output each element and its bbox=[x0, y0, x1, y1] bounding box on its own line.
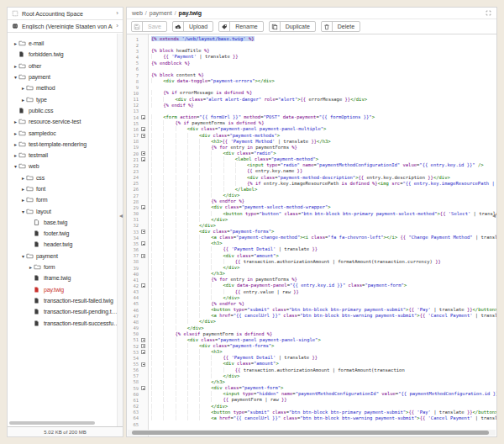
sidebar-collapse-icon[interactable]: ◂ bbox=[119, 213, 123, 219]
code-line[interactable]: <input type="hidden" name="paymentMethod… bbox=[151, 391, 496, 397]
tree-item-forbidden-twig[interactable]: forbidden.twig bbox=[8, 49, 117, 60]
code-line[interactable]: </div> bbox=[151, 404, 496, 410]
code-line[interactable]: {{ entry.key.name }} bbox=[151, 168, 496, 174]
tree-item-header-twig[interactable]: header.twig bbox=[8, 239, 117, 250]
code-line[interactable]: {% for entry in paymentForms %} bbox=[151, 145, 496, 151]
code-line[interactable]: </div> bbox=[151, 223, 496, 229]
delete-button[interactable]: Delete bbox=[321, 21, 360, 32]
fold-marker-icon[interactable] bbox=[141, 338, 145, 342]
tree-item-form[interactable]: ▸form bbox=[8, 262, 117, 272]
code-line[interactable]: <div class="payment-select-method-wrappe… bbox=[151, 204, 496, 210]
code-line[interactable]: {{ 'Payment Detail' | translate }} bbox=[151, 355, 496, 361]
code-line[interactable]: <h3> bbox=[151, 349, 496, 355]
code-line[interactable] bbox=[151, 42, 496, 48]
fold-marker-icon[interactable] bbox=[141, 157, 145, 161]
tree-item-transaction-result-successfu[interactable]: transaction-result-successfu… bbox=[8, 317, 117, 328]
rename-button[interactable]: Rename bbox=[218, 21, 263, 32]
tree-item-css[interactable]: ▸css bbox=[8, 172, 117, 183]
tree-item-form[interactable]: ▸form bbox=[8, 194, 117, 205]
code-line[interactable]: {% for entry in paymentForms %} bbox=[151, 277, 496, 283]
code-line[interactable] bbox=[151, 108, 496, 114]
code-line[interactable]: </label> bbox=[151, 187, 496, 193]
code-line[interactable]: <div class="payment-panel payment-panel-… bbox=[151, 126, 496, 132]
code-line[interactable]: <div data-payment-panel="{{ entry.key.id… bbox=[151, 283, 496, 288]
code-line[interactable]: <input type="radio" name="paymentMethodC… bbox=[151, 162, 496, 168]
code-line[interactable]: {% extends '/web/layout/base.twig' %} bbox=[151, 36, 496, 42]
fold-marker-icon[interactable] bbox=[141, 386, 145, 390]
tree-item-web[interactable]: ▾web bbox=[8, 161, 117, 172]
breadcrumb-pay-twig[interactable]: pay.twig bbox=[179, 10, 202, 16]
tree-item-transaction-result-failed-twig[interactable]: transaction-result-failed.twig bbox=[8, 295, 117, 306]
code-line[interactable]: <a href="{{ cancelUrl }}" class="btn btn… bbox=[151, 415, 496, 421]
code-line[interactable]: <div class="payment-panel payment-panel-… bbox=[151, 337, 496, 343]
tree-item-resource-service-test[interactable]: ▸resource-service-test bbox=[8, 116, 117, 127]
code-line[interactable]: <button type="submit" class="btn btn-blo… bbox=[151, 307, 496, 313]
code-line[interactable]: {{ transaction.authorizationAmount | for… bbox=[151, 367, 496, 373]
code-line[interactable]: {{ entry.value | raw }} bbox=[151, 289, 496, 295]
upload-button[interactable]: Upload bbox=[172, 21, 213, 32]
breadcrumb-payment[interactable]: payment bbox=[150, 10, 172, 16]
code-line[interactable]: <button type="submit" class="btn btn-blo… bbox=[151, 410, 496, 415]
code-line[interactable]: <form action="{{ formUrl }}" method="POS… bbox=[151, 114, 496, 120]
code-line[interactable]: </div> bbox=[151, 265, 496, 271]
editor-code-area[interactable]: {% extends '/web/layout/base.twig' %}{% … bbox=[149, 34, 496, 436]
fold-marker-icon[interactable] bbox=[141, 241, 145, 246]
tree-item-payment[interactable]: ▾payment bbox=[8, 71, 117, 82]
fold-marker-icon[interactable] bbox=[141, 115, 145, 119]
code-line[interactable]: {{ transaction.authorizationAmount | for… bbox=[151, 259, 496, 265]
code-line[interactable]: </div> bbox=[151, 295, 496, 301]
panel-collapse-icon[interactable]: ◂ bbox=[492, 213, 496, 219]
fold-marker-icon[interactable] bbox=[141, 254, 145, 258]
space-selector[interactable]: Root Accounting Space › bbox=[8, 8, 123, 20]
language-selector[interactable]: Englisch (Vereinigte Staaten von Ame… › bbox=[8, 20, 123, 33]
fold-marker-icon[interactable] bbox=[141, 362, 145, 367]
code-line[interactable]: {% endfor %} bbox=[151, 198, 496, 204]
code-line[interactable]: {{ 'Payment Detail' | translate }} bbox=[151, 246, 496, 252]
code-line[interactable]: {% if entry.key.imageResourcePath is def… bbox=[151, 181, 496, 187]
fold-marker-icon[interactable] bbox=[141, 350, 145, 354]
code-line[interactable]: <div class="payment-forms"> bbox=[151, 229, 496, 235]
code-line[interactable]: <a href="{{ cancelUrl }}" class="btn btn… bbox=[151, 313, 496, 319]
code-line[interactable]: </div> bbox=[151, 319, 496, 325]
fold-marker-icon[interactable] bbox=[141, 127, 145, 131]
code-line[interactable]: </h3> bbox=[151, 271, 496, 277]
sidebar-horizontal-scrollbar[interactable] bbox=[9, 421, 95, 425]
code-line[interactable]: <div class="radio"> bbox=[151, 151, 496, 156]
fold-marker-icon[interactable] bbox=[141, 134, 145, 138]
fold-marker-icon[interactable] bbox=[141, 230, 145, 234]
code-line[interactable]: {% block headTitle %} bbox=[151, 48, 496, 54]
code-line[interactable]: </div> bbox=[151, 373, 496, 379]
tree-item-type[interactable]: ▸type bbox=[8, 93, 117, 104]
code-line[interactable]: {% endfor %} bbox=[151, 301, 496, 307]
code-line[interactable]: {% endif %} bbox=[151, 103, 496, 108]
code-line[interactable]: <div class="amount"> bbox=[151, 361, 496, 367]
code-line[interactable]: <label class="payment-method"> bbox=[151, 156, 496, 162]
code-line[interactable]: <h3> bbox=[151, 240, 496, 246]
code-line[interactable]: <div class="payment-forms"> bbox=[151, 343, 496, 349]
tree-item-sampledoc[interactable]: ▸sampledoc bbox=[8, 127, 117, 138]
code-line[interactable]: <div data-toggle="payment-errors"></div> bbox=[151, 78, 496, 84]
code-line[interactable]: <a class="payment-change-method"><i clas… bbox=[151, 235, 496, 240]
code-line[interactable]: {{ 'Payment' | translate }} bbox=[151, 54, 496, 60]
tree-item-testmail[interactable]: ▸testmail bbox=[8, 150, 117, 161]
code-line[interactable] bbox=[151, 84, 496, 90]
code-line[interactable]: {{ paymentForm | raw }} bbox=[151, 397, 496, 403]
expand-icon[interactable] bbox=[486, 10, 491, 16]
code-line[interactable]: </h3> bbox=[151, 379, 496, 385]
code-line[interactable]: </div> bbox=[151, 217, 496, 223]
code-line[interactable]: <div class="alert alert-danger" role="al… bbox=[151, 97, 496, 103]
code-line[interactable] bbox=[151, 66, 496, 72]
code-line[interactable]: </div> bbox=[151, 325, 496, 331]
code-line[interactable]: {% block content %} bbox=[151, 72, 496, 78]
code-line[interactable] bbox=[151, 421, 496, 427]
code-line[interactable]: <div class="amount"> bbox=[151, 253, 496, 259]
duplicate-button[interactable]: Duplicate bbox=[269, 21, 316, 32]
code-line[interactable]: <div class="payment-methods"> bbox=[151, 133, 496, 139]
tree-item-other[interactable]: ▸other bbox=[8, 61, 117, 71]
tree-item-base-twig[interactable]: base.twig bbox=[8, 217, 117, 228]
tree-item-payment[interactable]: ▾payment bbox=[8, 251, 117, 262]
tree-item-font[interactable]: ▸font bbox=[8, 183, 117, 194]
fold-marker-icon[interactable] bbox=[141, 205, 145, 209]
tree-item-method[interactable]: ▸method bbox=[8, 82, 117, 93]
fold-marker-icon[interactable] bbox=[141, 344, 145, 348]
